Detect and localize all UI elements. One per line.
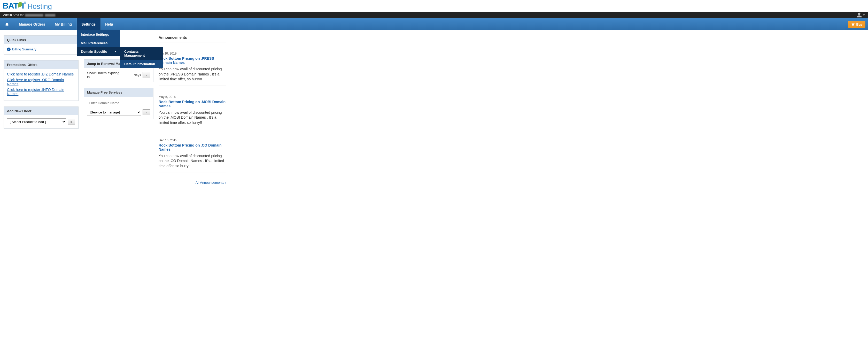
announcement-date: Jun 10, 2019 [159, 52, 226, 55]
submenu-default-information[interactable]: Default Information [120, 60, 163, 68]
promo-link-org[interactable]: Click here to register .ORG Domain Names [7, 78, 75, 86]
caret-right-icon [115, 51, 116, 53]
billing-summary-link[interactable]: » Billing Summary [7, 47, 75, 51]
menu-domain-specific-label: Domain Specific [81, 50, 107, 54]
admin-area-label: Admin Area for [3, 13, 56, 17]
announcement-title-link[interactable]: Rock Bottom Pricing on .PRESS Domain Nam… [159, 56, 226, 65]
announcement-item: May 5, 2016 Rock Bottom Pricing on .MOBI… [159, 91, 226, 129]
promo-link-biz[interactable]: Click here to register .BIZ Domain Names [7, 72, 75, 76]
announcement-title-link[interactable]: Rock Bottom Pricing on .MOBI Domain Name… [159, 100, 226, 108]
billing-summary-label: Billing Summary [12, 47, 36, 51]
arrow-circle-icon: » [7, 48, 10, 51]
menu-interface-settings[interactable]: Interface Settings [77, 30, 120, 39]
svg-point-1 [854, 25, 854, 26]
renewal-days-input[interactable] [122, 72, 132, 78]
submenu-contacts-management[interactable]: Contacts Management [120, 47, 163, 60]
domain-specific-submenu: Contacts Management Default Information [120, 47, 163, 68]
buy-label: Buy [856, 23, 863, 26]
nav-home[interactable] [0, 18, 14, 30]
nav-help[interactable]: Help [100, 18, 118, 30]
announcement-body: You can now avail of discounted pricing … [159, 110, 226, 125]
brand-suffix: Hosting [27, 2, 52, 10]
cart-icon [851, 22, 855, 26]
nav-settings-label: Settings [82, 22, 96, 26]
promo-link-info[interactable]: Click here to register .INFO Domain Name… [7, 88, 75, 96]
brand-part1: BAT [3, 1, 18, 10]
announcement-body: You can now avail of discounted pricing … [159, 153, 226, 169]
chevron-down-icon [863, 14, 865, 16]
admin-prefix: Admin Area for [3, 13, 24, 17]
all-announcements-link[interactable]: All Announcements › [195, 181, 226, 184]
renewal-suffix: days [134, 73, 141, 77]
announcement-item: Jun 10, 2019 Rock Bottom Pricing on .PRE… [159, 48, 226, 86]
settings-dropdown: Interface Settings Mail Preferences Doma… [77, 30, 120, 56]
redacted-text [45, 14, 55, 17]
quick-links-panel: Quick Links » Billing Summary [4, 35, 79, 55]
main-nav: Manage Orders My Billing Settings Interf… [0, 18, 868, 30]
menu-domain-specific[interactable]: Domain Specific Contacts Management Defa… [77, 47, 120, 56]
free-services-go-button[interactable]: » [143, 109, 150, 115]
announcement-date: Dec 16, 2015 [159, 139, 226, 142]
brand-header: BATI® Hosting [0, 0, 868, 11]
promo-title: Promotional Offers [4, 60, 78, 69]
menu-mail-preferences[interactable]: Mail Preferences [77, 39, 120, 47]
nav-settings[interactable]: Settings Interface Settings Mail Prefere… [77, 18, 100, 30]
add-order-title: Add New Order [4, 107, 78, 115]
brand-logo: BATI® [3, 1, 26, 10]
announcement-date: May 5, 2016 [159, 95, 226, 99]
service-select[interactable]: [Service to manage] [87, 109, 141, 116]
add-order-panel: Add New Order [ Select Product to Add ] … [4, 107, 79, 129]
announcement-item: Dec 16, 2015 Rock Bottom Pricing on .CO … [159, 135, 226, 173]
nav-my-billing[interactable]: My Billing [50, 18, 77, 30]
admin-bar: Admin Area for [0, 11, 868, 18]
add-order-go-button[interactable]: » [68, 119, 75, 125]
left-column: Quick Links » Billing Summary Promotiona… [4, 35, 79, 129]
domain-name-input[interactable] [87, 100, 150, 106]
svg-point-0 [852, 25, 852, 26]
quick-links-title: Quick Links [4, 36, 78, 44]
product-select[interactable]: [ Select Product to Add ] [7, 118, 66, 125]
renewal-go-button[interactable]: » [143, 72, 150, 78]
announcement-title-link[interactable]: Rock Bottom Pricing on .CO Domain Names [159, 143, 226, 151]
nav-manage-orders[interactable]: Manage Orders [14, 18, 50, 30]
user-icon [857, 12, 862, 18]
announcement-body: You can now avail of discounted pricing … [159, 67, 226, 82]
registered-icon: ® [24, 1, 26, 5]
renewal-prefix: Show Orders expiring in [87, 71, 120, 79]
redacted-text [25, 14, 43, 17]
buy-button[interactable]: Buy [848, 21, 865, 28]
free-services-panel: Manage Free Services [Service to manage]… [84, 88, 153, 119]
home-icon [5, 22, 9, 27]
announcements-column: Announcements Jun 10, 2019 Rock Bottom P… [159, 35, 226, 184]
user-menu[interactable] [857, 12, 865, 18]
promo-panel: Promotional Offers Click here to registe… [4, 60, 79, 101]
announcements-title: Announcements [159, 35, 226, 42]
free-services-title: Manage Free Services [84, 88, 153, 97]
